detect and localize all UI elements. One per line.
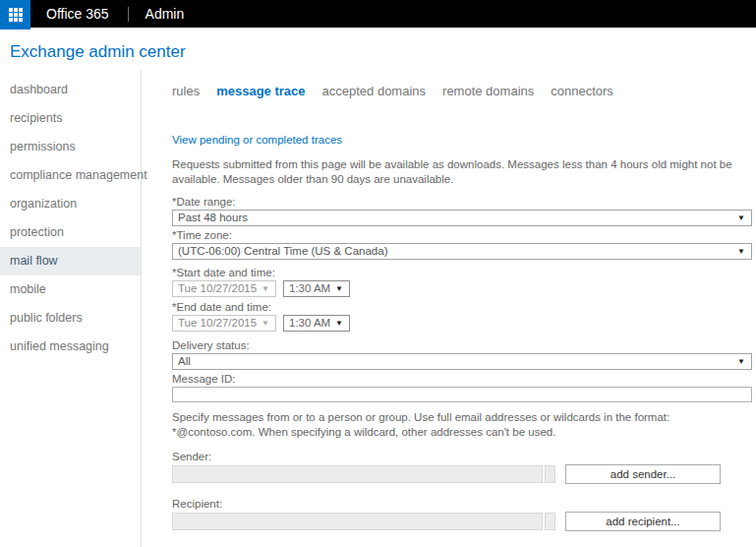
sidebar-item-recipients[interactable]: recipients <box>0 104 141 133</box>
recipient-label: Recipient: <box>172 497 752 511</box>
start-datetime-label: *Start date and time: <box>172 266 752 279</box>
chevron-down-icon: ▼ <box>262 320 269 328</box>
sender-label: Sender: <box>172 450 752 463</box>
chevron-down-icon: ▼ <box>737 214 745 222</box>
office-topbar: Office 365 Admin <box>0 0 756 28</box>
end-datetime-row: Tue 10/27/2015 ▼ 1:30 AM ▼ <box>172 315 752 333</box>
recipient-input <box>172 513 543 530</box>
page-header: Exchange admin center <box>0 28 756 70</box>
chevron-down-icon: ▼ <box>737 248 745 256</box>
chevron-down-icon: ▼ <box>335 320 343 328</box>
tab-accepted-domains[interactable]: accepted domains <box>322 84 427 98</box>
admin-menu-item[interactable]: Admin <box>145 6 185 22</box>
sender-picker <box>172 465 555 483</box>
start-date-select: Tue 10/27/2015 ▼ <box>172 280 276 297</box>
waffle-icon <box>9 8 23 22</box>
recipient-picker <box>172 513 555 530</box>
sidebar-item-mail-flow[interactable]: mail flow <box>0 247 141 275</box>
sidebar-item-unified-messaging[interactable]: unified messaging <box>0 333 141 361</box>
time-zone-value: (UTC-06:00) Central Time (US & Canada) <box>178 245 387 257</box>
start-date-value: Tue 10/27/2015 <box>178 282 257 294</box>
app-launcher-button[interactable] <box>0 0 30 30</box>
tab-remote-domains[interactable]: remote domains <box>442 84 534 98</box>
start-datetime-row: Tue 10/27/2015 ▼ 1:30 AM ▼ <box>172 280 752 298</box>
chevron-down-icon: ▼ <box>262 285 269 293</box>
chevron-down-icon: ▼ <box>737 358 745 366</box>
sidebar-item-organization[interactable]: organization <box>0 190 141 218</box>
office-365-brand[interactable]: Office 365 <box>46 6 109 22</box>
end-datetime-label: *End date and time: <box>172 300 752 314</box>
end-date-value: Tue 10/27/2015 <box>178 317 257 329</box>
view-traces-link[interactable]: View pending or completed traces <box>172 134 342 146</box>
date-range-select[interactable]: Past 48 hours ▼ <box>172 210 752 226</box>
tab-connectors[interactable]: connectors <box>551 84 613 98</box>
date-range-label: *Date range: <box>172 195 752 209</box>
sender-input <box>172 465 543 483</box>
chevron-down-icon: ▼ <box>335 285 343 293</box>
date-range-value: Past 48 hours <box>178 212 248 223</box>
time-zone-label: *Time zone: <box>172 228 752 242</box>
sidebar-item-protection[interactable]: protection <box>0 218 141 247</box>
sidebar-item-mobile[interactable]: mobile <box>0 275 141 304</box>
time-zone-select[interactable]: (UTC-06:00) Central Time (US & Canada) ▼ <box>172 243 752 260</box>
sidebar-item-dashboard[interactable]: dashboard <box>0 76 141 104</box>
sidebar-nav: dashboard recipients permissions complia… <box>0 70 142 547</box>
message-id-label: Message ID: <box>172 372 752 386</box>
tab-rules[interactable]: rules <box>172 84 200 98</box>
tab-bar: rules message trace accepted domains rem… <box>172 84 752 98</box>
topbar-divider <box>128 7 129 22</box>
recipient-input-end <box>545 513 555 530</box>
delivery-status-label: Delivery status: <box>172 338 752 352</box>
end-time-select[interactable]: 1:30 AM ▼ <box>283 315 350 332</box>
wildcard-note: Specify messages from or to a person or … <box>172 410 752 440</box>
start-time-value: 1:30 AM <box>289 282 330 294</box>
sidebar-item-permissions[interactable]: permissions <box>0 133 141 161</box>
delivery-status-select[interactable]: All ▼ <box>172 353 752 370</box>
end-time-value: 1:30 AM <box>289 317 330 329</box>
recipient-row: add recipient... <box>172 512 752 531</box>
content-pane: rules message trace accepted domains rem… <box>142 70 756 547</box>
message-id-input[interactable] <box>172 387 752 402</box>
sender-input-end <box>545 465 555 483</box>
page-title: Exchange admin center <box>10 42 756 62</box>
add-sender-button[interactable]: add sender... <box>565 464 721 484</box>
sender-row: add sender... <box>172 464 752 484</box>
sidebar-item-public-folders[interactable]: public folders <box>0 304 141 333</box>
end-date-select: Tue 10/27/2015 ▼ <box>172 315 276 332</box>
tab-message-trace[interactable]: message trace <box>216 84 305 98</box>
main-layout: dashboard recipients permissions complia… <box>0 70 756 547</box>
sidebar-item-compliance-management[interactable]: compliance management <box>0 161 141 190</box>
delivery-status-value: All <box>178 355 191 367</box>
start-time-select[interactable]: 1:30 AM ▼ <box>283 280 350 297</box>
add-recipient-button[interactable]: add recipient... <box>565 512 721 531</box>
availability-note: Requests submitted from this page will b… <box>172 157 752 187</box>
